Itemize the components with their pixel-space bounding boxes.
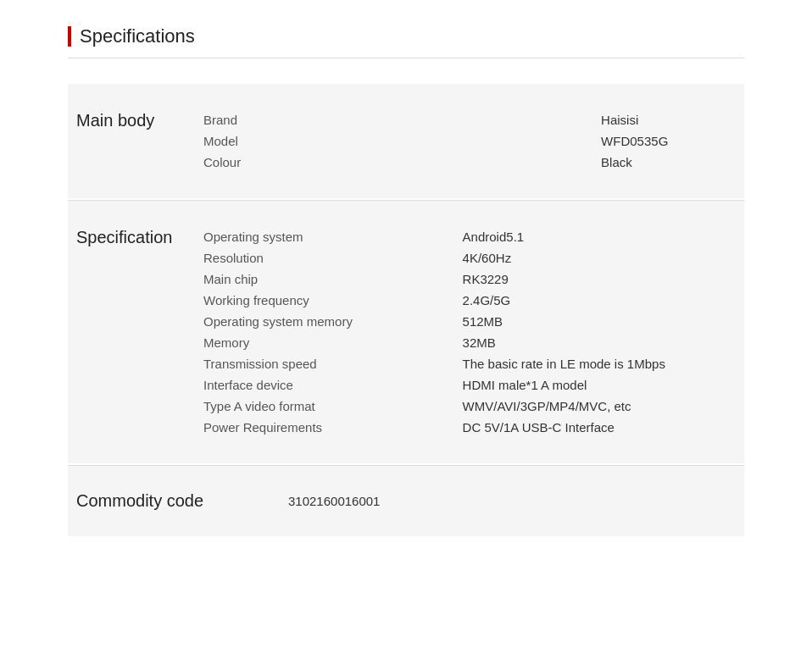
table-row: Interface deviceHDMI male*1 A model bbox=[203, 374, 744, 396]
spec-value: WFD0535G bbox=[601, 130, 744, 152]
table-row: Power RequirementsDC 5V/1A USB-C Interfa… bbox=[203, 417, 744, 438]
specification-table: Operating systemAndroid5.1Resolution4K/6… bbox=[203, 226, 744, 438]
commodity-value: 3102160016001 bbox=[288, 494, 380, 508]
table-row: Working frequency2.4G/5G bbox=[203, 290, 744, 311]
spec-value: 32MB bbox=[463, 332, 744, 353]
main-body-label: Main body bbox=[68, 109, 203, 130]
table-row: BrandHaisisi bbox=[203, 109, 744, 130]
spec-key: Main chip bbox=[203, 269, 463, 290]
spec-value: Android5.1 bbox=[463, 226, 744, 247]
table-row: ColourBlack bbox=[203, 152, 744, 173]
spec-key: Resolution bbox=[203, 247, 463, 269]
spec-key: Model bbox=[203, 130, 601, 152]
spec-value: DC 5V/1A USB-C Interface bbox=[463, 417, 744, 438]
table-row: Memory32MB bbox=[203, 332, 744, 353]
specification-label: Specification bbox=[68, 226, 203, 247]
main-body-inner: Main body BrandHaisisiModelWFD0535GColou… bbox=[68, 109, 744, 173]
main-body-section: Main body BrandHaisisiModelWFD0535GColou… bbox=[68, 84, 744, 198]
commodity-section: Commodity code 3102160016001 bbox=[68, 466, 744, 536]
specification-inner: Specification Operating systemAndroid5.1… bbox=[68, 226, 744, 438]
table-row: Main chipRK3229 bbox=[203, 269, 744, 290]
table-row: Type A video formatWMV/AVI/3GP/MP4/MVC, … bbox=[203, 396, 744, 417]
spec-key: Colour bbox=[203, 152, 601, 173]
spec-key: Memory bbox=[203, 332, 463, 353]
commodity-label: Commodity code bbox=[76, 491, 288, 511]
spec-value: 4K/60Hz bbox=[463, 247, 744, 269]
spec-value: WMV/AVI/3GP/MP4/MVC, etc bbox=[463, 396, 744, 417]
spec-value: 512MB bbox=[463, 311, 744, 332]
commodity-inner: Commodity code 3102160016001 bbox=[68, 491, 744, 511]
spec-key: Operating system memory bbox=[203, 311, 463, 332]
main-body-table: BrandHaisisiModelWFD0535GColourBlack bbox=[203, 109, 744, 173]
table-row: Resolution4K/60Hz bbox=[203, 247, 744, 269]
spec-key: Interface device bbox=[203, 374, 463, 396]
spec-value: RK3229 bbox=[463, 269, 744, 290]
spec-key: Operating system bbox=[203, 226, 463, 247]
page-title: Specifications bbox=[80, 25, 195, 47]
spec-key: Working frequency bbox=[203, 290, 463, 311]
spec-value: 2.4G/5G bbox=[463, 290, 744, 311]
spec-key: Power Requirements bbox=[203, 417, 463, 438]
red-bar-icon bbox=[68, 26, 71, 47]
page-header: Specifications bbox=[68, 25, 744, 58]
specification-section: Specification Operating systemAndroid5.1… bbox=[68, 201, 744, 463]
spec-value: The basic rate in LE mode is 1Mbps bbox=[463, 353, 744, 374]
table-row: ModelWFD0535G bbox=[203, 130, 744, 152]
table-row: Operating system memory512MB bbox=[203, 311, 744, 332]
spec-value: Haisisi bbox=[601, 109, 744, 130]
white-gap-top bbox=[68, 67, 744, 84]
spec-value: HDMI male*1 A model bbox=[463, 374, 744, 396]
spec-key: Transmission speed bbox=[203, 353, 463, 374]
table-row: Transmission speedThe basic rate in LE m… bbox=[203, 353, 744, 374]
spec-value: Black bbox=[601, 152, 744, 173]
table-row: Operating systemAndroid5.1 bbox=[203, 226, 744, 247]
spec-key: Brand bbox=[203, 109, 601, 130]
spec-key: Type A video format bbox=[203, 396, 463, 417]
